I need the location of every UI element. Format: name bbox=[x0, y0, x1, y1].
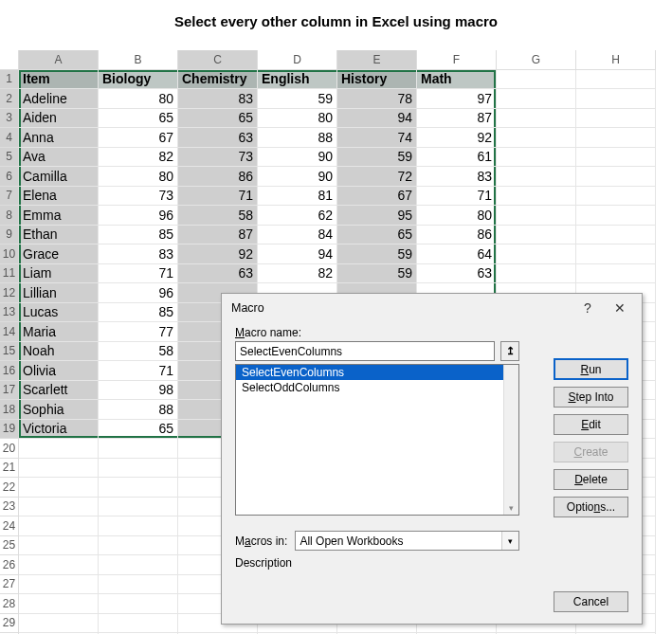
row-header-24[interactable]: 24 bbox=[0, 516, 19, 536]
cell-A13[interactable]: Lucas bbox=[19, 303, 99, 323]
cell-A5[interactable]: Ava bbox=[19, 148, 99, 168]
edit-button[interactable]: Edit bbox=[554, 414, 628, 435]
cell-B6[interactable]: 80 bbox=[99, 167, 178, 187]
cell-D4[interactable]: 88 bbox=[258, 128, 337, 148]
row-header-19[interactable]: 19 bbox=[0, 420, 19, 440]
macros-in-dropdown[interactable]: All Open Workbooks ▾ bbox=[295, 531, 519, 551]
cell-A2[interactable]: Adeline bbox=[19, 89, 99, 109]
cell-C2[interactable]: 83 bbox=[178, 89, 258, 109]
cell-H5[interactable] bbox=[576, 148, 656, 168]
cell-G6[interactable] bbox=[497, 167, 576, 187]
cell-H6[interactable] bbox=[576, 167, 656, 187]
col-header-G[interactable]: G bbox=[497, 50, 576, 70]
cell-C5[interactable]: 73 bbox=[178, 148, 258, 168]
cell-C10[interactable]: 92 bbox=[178, 245, 258, 264]
cell-B16[interactable]: 71 bbox=[99, 361, 178, 381]
cell-A12[interactable]: Lillian bbox=[19, 283, 99, 303]
cell-C6[interactable]: 86 bbox=[178, 167, 258, 187]
cell-G7[interactable] bbox=[497, 187, 576, 207]
cell-C9[interactable]: 87 bbox=[178, 226, 258, 245]
row-header-3[interactable]: 3 bbox=[0, 109, 19, 129]
cell-E10[interactable]: 59 bbox=[337, 245, 417, 264]
cell-E5[interactable]: 59 bbox=[337, 148, 417, 168]
cell-B19[interactable]: 65 bbox=[99, 420, 178, 440]
cell-E11[interactable]: 59 bbox=[337, 264, 417, 284]
cell-G10[interactable] bbox=[497, 245, 576, 264]
macro-list[interactable]: SelectEvenColumns SelectOddColumns ▾ bbox=[235, 364, 519, 516]
row-header-13[interactable]: 13 bbox=[0, 303, 19, 323]
cell-A25[interactable] bbox=[19, 536, 99, 556]
cell-C3[interactable]: 65 bbox=[178, 109, 258, 129]
cell-G2[interactable] bbox=[497, 89, 576, 109]
cell-H8[interactable] bbox=[576, 206, 656, 226]
row-header-7[interactable]: 7 bbox=[0, 187, 19, 207]
row-header-15[interactable]: 15 bbox=[0, 342, 19, 362]
cell-F4[interactable]: 92 bbox=[417, 128, 497, 148]
cell-A4[interactable]: Anna bbox=[19, 128, 99, 148]
cell-A10[interactable]: Grace bbox=[19, 245, 99, 264]
cell-C8[interactable]: 58 bbox=[178, 206, 258, 226]
cell-A26[interactable] bbox=[19, 555, 99, 575]
col-header-D[interactable]: D bbox=[258, 50, 337, 70]
cell-B24[interactable] bbox=[99, 516, 178, 536]
row-header-14[interactable]: 14 bbox=[0, 322, 19, 342]
cell-A14[interactable]: Maria bbox=[19, 322, 99, 342]
col-header-A[interactable]: A bbox=[19, 50, 99, 70]
cell-G5[interactable] bbox=[497, 148, 576, 168]
cell-C1[interactable]: Chemistry bbox=[178, 70, 258, 90]
cell-B4[interactable]: 67 bbox=[99, 128, 178, 148]
cell-E3[interactable]: 94 bbox=[337, 109, 417, 129]
help-icon[interactable]: ? bbox=[572, 296, 604, 320]
select-all-corner[interactable] bbox=[0, 50, 19, 70]
cell-B15[interactable]: 58 bbox=[99, 342, 178, 362]
row-header-22[interactable]: 22 bbox=[0, 478, 19, 498]
cell-B10[interactable]: 83 bbox=[99, 245, 178, 264]
cell-G9[interactable] bbox=[497, 226, 576, 245]
cell-F9[interactable]: 86 bbox=[417, 226, 497, 245]
col-header-B[interactable]: B bbox=[99, 50, 178, 70]
cell-A19[interactable]: Victoria bbox=[19, 420, 99, 440]
macro-item-selectoddcolumns[interactable]: SelectOddColumns bbox=[236, 380, 518, 395]
cell-A6[interactable]: Camilla bbox=[19, 167, 99, 187]
col-header-C[interactable]: C bbox=[178, 50, 258, 70]
cell-F3[interactable]: 87 bbox=[417, 109, 497, 129]
delete-button[interactable]: Delete bbox=[554, 469, 628, 490]
cell-C4[interactable]: 63 bbox=[178, 128, 258, 148]
row-header-1[interactable]: 1 bbox=[0, 70, 19, 90]
cell-A27[interactable] bbox=[19, 575, 99, 595]
macro-item-selectevencolumns[interactable]: SelectEvenColumns bbox=[236, 365, 518, 380]
cell-F5[interactable]: 61 bbox=[417, 148, 497, 168]
cell-H9[interactable] bbox=[576, 226, 656, 245]
cell-F7[interactable]: 71 bbox=[417, 187, 497, 207]
row-header-16[interactable]: 16 bbox=[0, 361, 19, 381]
cell-D7[interactable]: 81 bbox=[258, 187, 337, 207]
cell-B8[interactable]: 96 bbox=[99, 206, 178, 226]
cell-F8[interactable]: 80 bbox=[417, 206, 497, 226]
row-header-21[interactable]: 21 bbox=[0, 459, 19, 479]
cell-F11[interactable]: 63 bbox=[417, 264, 497, 284]
row-header-5[interactable]: 5 bbox=[0, 148, 19, 168]
row-header-9[interactable]: 9 bbox=[0, 226, 19, 245]
row-header-26[interactable]: 26 bbox=[0, 555, 19, 575]
cell-A9[interactable]: Ethan bbox=[19, 226, 99, 245]
row-header-28[interactable]: 28 bbox=[0, 594, 19, 614]
cell-F1[interactable]: Math bbox=[417, 70, 497, 90]
cell-A23[interactable] bbox=[19, 498, 99, 517]
row-header-27[interactable]: 27 bbox=[0, 575, 19, 595]
row-header-18[interactable]: 18 bbox=[0, 400, 19, 420]
run-button[interactable]: Run bbox=[554, 358, 628, 380]
cell-B11[interactable]: 71 bbox=[99, 264, 178, 284]
row-header-4[interactable]: 4 bbox=[0, 128, 19, 148]
cell-D6[interactable]: 90 bbox=[258, 167, 337, 187]
cell-B28[interactable] bbox=[99, 594, 178, 614]
row-header-29[interactable]: 29 bbox=[0, 614, 19, 634]
row-header-2[interactable]: 2 bbox=[0, 89, 19, 109]
cell-D8[interactable]: 62 bbox=[258, 206, 337, 226]
cell-B23[interactable] bbox=[99, 498, 178, 517]
cancel-button[interactable]: Cancel bbox=[554, 591, 628, 612]
cell-B2[interactable]: 80 bbox=[99, 89, 178, 109]
cell-A1[interactable]: Item bbox=[19, 70, 99, 90]
cell-G1[interactable] bbox=[497, 70, 576, 90]
cell-E2[interactable]: 78 bbox=[337, 89, 417, 109]
cell-G11[interactable] bbox=[497, 264, 576, 284]
